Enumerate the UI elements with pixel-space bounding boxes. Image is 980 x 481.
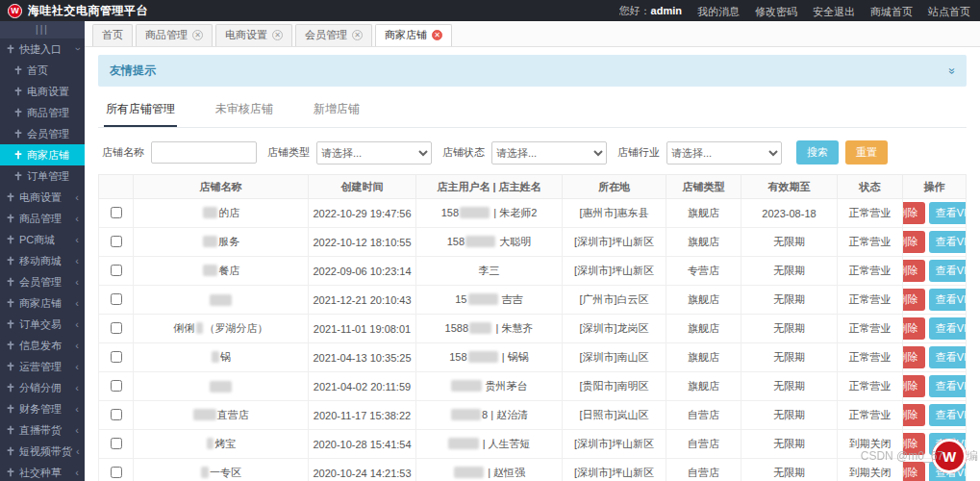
store-status-select[interactable]: 请选择... — [491, 141, 607, 165]
row-checkbox[interactable] — [111, 380, 122, 392]
delete-button[interactable]: 删除 — [903, 346, 925, 368]
store-subtabs: 所有店铺管理未审核店铺新增店铺 — [98, 97, 967, 128]
view-vr-button[interactable]: 查看VR — [929, 260, 967, 282]
sidebar-group-PC商城[interactable]: PC商城‹ — [0, 229, 85, 250]
banner-collapse-icon[interactable]: « — [945, 67, 959, 74]
tab-电商设置[interactable]: 电商设置✕ — [215, 24, 292, 46]
delete-button[interactable]: 删除 — [903, 462, 925, 481]
subtab-新增店铺[interactable]: 新增店铺 — [312, 97, 362, 127]
view-vr-button[interactable]: 查看VR — [929, 289, 967, 311]
table-row: ███2021-12-21 20:10:4315████ 吉吉[广州市]白云区旗… — [99, 286, 967, 315]
table-row: █锅2021-04-13 10:35:25158████ | 锅锅[深圳市]南山… — [99, 343, 967, 372]
sidebar-group-会员管理[interactable]: 会员管理‹ — [0, 271, 85, 292]
store-name-input[interactable] — [151, 141, 257, 164]
view-vr-button[interactable]: 查看VR — [929, 462, 967, 481]
created-time-cell: 2020-10-24 14:21:53 — [309, 459, 416, 481]
row-checkbox[interactable] — [111, 236, 122, 247]
delete-button[interactable]: 删除 — [903, 317, 925, 340]
menu-icon — [6, 235, 15, 244]
view-vr-button[interactable]: 查看VR — [929, 317, 967, 340]
row-checkbox[interactable] — [111, 322, 122, 334]
view-vr-button[interactable]: 查看VR — [929, 433, 967, 455]
sidebar-item-商品管理[interactable]: 商品管理 — [0, 102, 85, 123]
redacted-text: ███ — [210, 381, 232, 392]
sidebar-item-首页[interactable]: 首页 — [0, 60, 85, 81]
cell-text: 服务 — [218, 236, 239, 247]
row-checkbox[interactable] — [111, 293, 122, 305]
topnav-item-我的消息[interactable]: 我的消息 — [697, 6, 740, 17]
view-vr-button[interactable]: 查看VR — [929, 202, 967, 224]
sidebar-group-财务管理[interactable]: 财务管理‹ — [0, 398, 85, 419]
sidebar-group-订单交易[interactable]: 订单交易‹ — [0, 314, 85, 335]
sidebar-item-label: 商家店铺 — [27, 148, 69, 163]
view-vr-button[interactable]: 查看VR — [929, 231, 967, 253]
row-checkbox[interactable] — [111, 409, 122, 420]
subtab-所有店铺管理[interactable]: 所有店铺管理 — [104, 97, 177, 127]
sidebar-item-订单管理[interactable]: 订单管理 — [0, 165, 85, 187]
table-row: ███2021-04-02 20:11:59████ 贵州茅台[贵阳市]南明区旗… — [99, 372, 967, 401]
sidebar-item-电商设置[interactable]: 电商设置 — [0, 81, 85, 102]
sidebar-group-商家店铺[interactable]: 商家店铺‹ — [0, 292, 85, 314]
checkbox-cell — [99, 372, 134, 401]
sidebar-group-电商设置[interactable]: 电商设置‹ — [0, 187, 85, 208]
redacted-text: ████ — [451, 380, 481, 392]
row-checkbox[interactable] — [111, 467, 122, 478]
tab-首页[interactable]: 首页 — [92, 24, 133, 46]
delete-button[interactable]: 删除 — [903, 202, 925, 224]
delete-button[interactable]: 删除 — [903, 375, 925, 397]
chevron-left-icon: ‹ — [75, 234, 79, 245]
cell-text: 直营店 — [217, 409, 249, 420]
topnav-item-站点首页[interactable]: 站点首页 — [928, 6, 970, 17]
tab-商家店铺[interactable]: 商家店铺✕ — [375, 24, 452, 46]
delete-button[interactable]: 删除 — [903, 433, 925, 455]
delete-button[interactable]: 删除 — [903, 289, 925, 311]
created-time-cell: 2021-04-13 10:35:25 — [309, 343, 416, 372]
store-industry-label: 店铺行业 — [617, 145, 660, 160]
store-type-select[interactable]: 请选择... — [316, 141, 432, 165]
location-cell: [深圳市]坪山新区 — [563, 257, 666, 286]
sidebar-group-商品管理[interactable]: 商品管理‹ — [0, 208, 85, 229]
topnav-item-商城首页[interactable]: 商城首页 — [870, 6, 913, 17]
tab-商品管理[interactable]: 商品管理✕ — [136, 24, 213, 46]
tab-会员管理[interactable]: 会员管理✕ — [295, 24, 372, 46]
sidebar-group-短视频带货[interactable]: 短视频带货‹ — [0, 441, 85, 462]
sidebar-item-会员管理[interactable]: 会员管理 — [0, 123, 85, 144]
sidebar-group-直播带货[interactable]: 直播带货‹ — [0, 419, 85, 441]
sidebar-group-信息发布[interactable]: 信息发布‹ — [0, 335, 85, 356]
sidebar-group-移动商城[interactable]: 移动商城‹ — [0, 250, 85, 271]
view-vr-button[interactable]: 查看VR — [929, 375, 967, 397]
sidebar-item-商家店铺[interactable]: 商家店铺 — [0, 144, 85, 165]
menu-icon — [6, 425, 15, 435]
delete-button[interactable]: 删除 — [903, 231, 925, 253]
view-vr-button[interactable]: 查看VR — [929, 404, 967, 426]
search-button[interactable]: 搜索 — [796, 140, 839, 165]
tab-close-icon[interactable]: ✕ — [272, 30, 283, 40]
row-checkbox[interactable] — [111, 351, 122, 363]
tab-close-icon[interactable]: ✕ — [432, 30, 442, 40]
sidebar-collapse-button[interactable]: ||| — [0, 21, 85, 38]
row-checkbox[interactable] — [111, 207, 122, 218]
chevron-down-icon: ‹ — [71, 47, 83, 51]
owner-cell: 158████ 大聪明 — [416, 228, 563, 257]
subtab-未审核店铺[interactable]: 未审核店铺 — [214, 97, 275, 127]
store-industry-select[interactable]: 请选择... — [666, 141, 782, 165]
tab-close-icon[interactable]: ✕ — [352, 30, 363, 40]
tab-close-icon[interactable]: ✕ — [192, 30, 203, 40]
sidebar-group-分销分佣[interactable]: 分销分佣‹ — [0, 377, 85, 398]
topnav-item-安全退出[interactable]: 安全退出 — [813, 6, 855, 17]
delete-button[interactable]: 删除 — [903, 260, 925, 282]
sidebar-group-快捷入口[interactable]: 快捷入口‹ — [0, 38, 85, 60]
row-checkbox[interactable] — [111, 438, 122, 449]
main-area: 首页商品管理✕电商设置✕会员管理✕商家店铺✕ 友情提示 « 所有店铺管理未审核店… — [85, 21, 980, 481]
reset-button[interactable]: 重置 — [845, 140, 888, 165]
row-checkbox[interactable] — [111, 265, 122, 276]
tab-label: 商家店铺 — [385, 28, 427, 42]
view-vr-button[interactable]: 查看VR — [929, 346, 967, 368]
filter-bar: 店铺名称 店铺类型 请选择... 店铺状态 请选择... 店铺行业 请选择...… — [98, 140, 967, 165]
sidebar-group-社交种草[interactable]: 社交种草‹ — [0, 462, 85, 481]
chevron-left-icon: ‹ — [75, 191, 79, 203]
column-header-操作: 操作 — [903, 175, 967, 199]
delete-button[interactable]: 删除 — [903, 404, 925, 426]
sidebar-group-运营管理[interactable]: 运营管理‹ — [0, 356, 85, 377]
topnav-item-修改密码[interactable]: 修改密码 — [755, 6, 797, 17]
